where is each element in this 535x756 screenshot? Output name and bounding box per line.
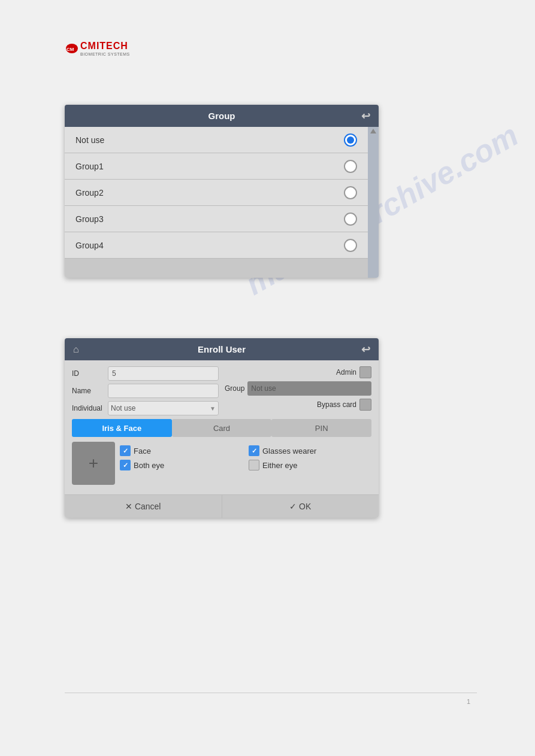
individual-value: Not use (111, 404, 135, 412)
enroll-title: Enroll User (198, 344, 246, 354)
enroll-fields-row: ID Name Individual Not use ▼ (72, 366, 371, 415)
group-radio-notuse[interactable] (344, 133, 357, 147)
group-row-notuse[interactable]: Not use (65, 127, 368, 153)
group-panel-header: Group ↩ (65, 105, 379, 127)
face-checkbox[interactable]: ✓ (120, 445, 131, 456)
tab-pin[interactable]: PIN (271, 419, 371, 437)
group-row-2-label: Group2 (75, 188, 104, 198)
ok-button[interactable]: ✓ OK (222, 495, 379, 518)
group-row-3-label: Group3 (75, 214, 104, 224)
group-row-1-label: Group1 (75, 162, 104, 171)
svg-text:CM: CM (67, 47, 74, 52)
name-field-row: Name (72, 384, 219, 398)
group-row-label: Not use (75, 135, 104, 145)
enroll-body: ID Name Individual Not use ▼ (65, 360, 379, 494)
either-eye-check-item: Either eye (249, 460, 371, 470)
individual-select[interactable]: Not use ▼ (108, 401, 219, 415)
bypass-card-label: Bypass card (317, 400, 356, 409)
enroll-right-fields: Admin Group Not use Bypass card (225, 366, 371, 415)
enroll-left-fields: ID Name Individual Not use ▼ (72, 366, 219, 415)
both-eye-checkbox[interactable]: ✓ (120, 460, 131, 470)
enroll-content-area: + ✓ Face ✓ Glasses wearer ✓ Both eye Eit… (72, 442, 371, 485)
individual-field-row: Individual Not use ▼ (72, 401, 219, 415)
add-photo-button[interactable]: + (72, 442, 115, 485)
group-panel-title: Group (208, 111, 235, 121)
tab-pin-label: PIN (315, 424, 328, 433)
admin-label: Admin (336, 368, 356, 377)
group-row-4[interactable]: Group4 (65, 232, 368, 259)
both-eye-check-item: ✓ Both eye (120, 460, 243, 470)
glasses-label: Glasses wearer (262, 447, 316, 456)
scroll-up-arrow[interactable] (370, 129, 376, 133)
enroll-back-button[interactable]: ↩ (361, 343, 370, 356)
either-eye-label: Either eye (262, 461, 298, 470)
admin-field-row: Admin (225, 366, 371, 378)
group-radio-2[interactable] (344, 186, 357, 199)
name-label: Name (72, 387, 105, 395)
tab-iris-face[interactable]: Iris & Face (72, 419, 172, 437)
group-radio-3[interactable] (344, 212, 357, 226)
ok-label: ✓ OK (289, 502, 311, 511)
group-rows-list: Not use Group1 Group2 Group3 (65, 127, 368, 278)
name-input[interactable] (108, 384, 219, 398)
cancel-button[interactable]: ✕ Cancel (65, 495, 222, 518)
group-field-row: Group Not use (225, 381, 371, 396)
tab-card[interactable]: Card (172, 419, 272, 437)
id-label: ID (72, 369, 105, 378)
group-row-4-label: Group4 (75, 241, 104, 250)
glasses-check-item: ✓ Glasses wearer (249, 445, 371, 456)
enroll-panel: ⌂ Enroll User ↩ ID Name Individual N (65, 338, 379, 518)
group-value-display[interactable]: Not use (247, 381, 371, 396)
checkboxes-area: ✓ Face ✓ Glasses wearer ✓ Both eye Eithe… (120, 442, 371, 485)
home-button[interactable]: ⌂ (73, 344, 79, 355)
either-eye-checkbox[interactable] (249, 460, 259, 470)
group-row-3[interactable]: Group3 (65, 206, 368, 232)
tab-card-label: Card (213, 424, 230, 433)
tab-iris-face-label: Iris & Face (102, 424, 141, 433)
page-number: 1 (467, 698, 470, 705)
bottom-divider (65, 693, 477, 693)
bypass-card-field-row: Bypass card (225, 399, 371, 411)
group-value-text: Not use (251, 384, 276, 393)
face-label: Face (134, 447, 151, 456)
group-panel-footer (65, 259, 368, 278)
id-field-row: ID (72, 366, 219, 381)
logo-icon: CM (65, 42, 79, 54)
individual-label: Individual (72, 404, 105, 412)
group-label: Group (225, 384, 244, 393)
group-back-button[interactable]: ↩ (361, 110, 370, 123)
group-panel: Group ↩ Not use Group1 Group2 (65, 105, 379, 278)
group-radio-1[interactable] (344, 160, 357, 173)
group-radio-4[interactable] (344, 239, 357, 252)
id-input[interactable] (108, 366, 219, 381)
glasses-checkbox[interactable]: ✓ (249, 445, 259, 456)
select-arrow-icon: ▼ (210, 405, 216, 412)
logo: CM CMITECH BIOMETRIC SYSTEMS (65, 41, 130, 56)
radio-inner-notuse (347, 136, 354, 144)
group-row-2[interactable]: Group2 (65, 180, 368, 206)
logo-sub-text: BIOMETRIC SYSTEMS (80, 52, 130, 56)
group-panel-body: Not use Group1 Group2 Group3 (65, 127, 379, 278)
logo-brand-text: CMITECH (80, 41, 130, 51)
face-check-item: ✓ Face (120, 445, 243, 456)
enroll-tabs: Iris & Face Card PIN (72, 419, 371, 437)
cancel-label: ✕ Cancel (125, 502, 161, 511)
admin-checkbox[interactable] (359, 366, 371, 378)
both-eye-label: Both eye (134, 461, 164, 470)
group-row-1[interactable]: Group1 (65, 153, 368, 180)
group-scrollbar[interactable] (368, 127, 379, 278)
enroll-header: ⌂ Enroll User ↩ (65, 338, 379, 360)
bypass-card-checkbox[interactable] (359, 399, 371, 411)
enroll-footer: ✕ Cancel ✓ OK (65, 494, 379, 518)
